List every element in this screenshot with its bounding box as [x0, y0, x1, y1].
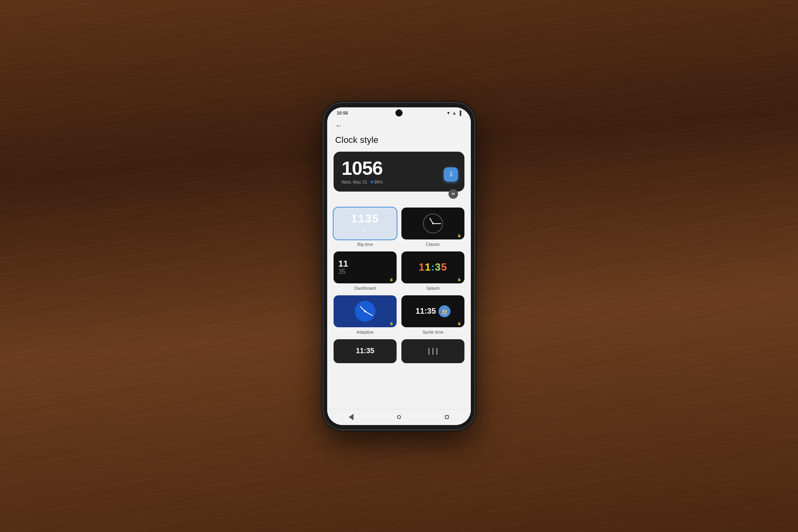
preview-date: Wed, May 31	[342, 180, 367, 184]
analog-clock-display	[423, 214, 443, 233]
clock-label-splash: Splash	[426, 286, 440, 291]
nav-home-icon	[397, 415, 401, 419]
clock-style-item-dashboard[interactable]: 11 35 🔒 Dashboard	[334, 251, 397, 291]
wifi-icon: ▲	[452, 111, 456, 115]
preview-card: 1056 Wed, May 31 96% ⇩ M	[334, 152, 464, 192]
clock-style-item-adaptive[interactable]: 🔒 Adaptive	[334, 295, 397, 334]
motorola-badge: M	[448, 189, 458, 199]
clock-thumb-classic: 🔒	[401, 208, 464, 239]
classic-lock-icon: 🔒	[457, 234, 461, 237]
back-button[interactable]: ←	[335, 122, 342, 130]
clock-label-classic: Classic	[426, 242, 440, 247]
nav-recents-button[interactable]	[441, 411, 452, 423]
nav-bar	[327, 409, 471, 425]
dash-time-min: 35	[338, 268, 346, 275]
phone-wrapper: 10:56 ▼ ▲ ▐ ← Clock style	[323, 103, 475, 430]
clock-thumb-splash: 11:35 🔒	[401, 251, 464, 283]
clock-thumb-sprite: 11:35 🤖 🔒	[401, 295, 464, 327]
clock-style-grid: 1135 ✓ Big time	[327, 198, 471, 339]
minute-hand	[433, 223, 441, 224]
signal-icon: ▼	[446, 111, 450, 115]
clock-style-item-splash[interactable]: 11:35 🔒 Splash	[401, 251, 464, 291]
battery-icon: ▐	[458, 111, 461, 115]
preview-battery: 96%	[371, 180, 383, 184]
battery-dot	[371, 181, 373, 183]
clock-thumb-adaptive: 🔒	[334, 295, 397, 327]
clock-style-item-bigtime[interactable]: 1135 ✓ Big time	[334, 208, 397, 247]
nav-back-button[interactable]	[346, 411, 357, 423]
clock-label-adaptive: Adaptive	[357, 330, 374, 334]
partial-clock-row: 11:35 | | |	[327, 339, 471, 368]
screen-content[interactable]: ← Clock style 1056 Wed, May 31 96%	[327, 119, 471, 409]
clock-style-item-classic[interactable]: 🔒 Classic	[401, 208, 464, 247]
download-icon: ⇩	[448, 170, 454, 178]
clock-label-sprite: Sprite time	[423, 330, 444, 334]
phone-screen: 10:56 ▼ ▲ ▐ ← Clock style	[327, 107, 471, 425]
preview-time: 1056	[342, 159, 456, 178]
page-title: Clock style	[327, 132, 471, 152]
clock-thumb-bigtime: 1135 ✓	[334, 208, 397, 239]
sprite-mascot-icon: 🤖	[439, 305, 450, 317]
sprite-time-display: 11:35	[415, 307, 436, 316]
phone-device: 10:56 ▼ ▲ ▐ ← Clock style	[323, 103, 475, 430]
clock-label-bigtime: Big time	[357, 242, 373, 247]
preview-date-row: Wed, May 31 96%	[342, 180, 456, 184]
back-row: ←	[327, 119, 471, 132]
sprite-lock-icon: 🔒	[457, 322, 461, 325]
adaptive-clock-display	[355, 301, 375, 322]
status-icons: ▼ ▲ ▐	[446, 111, 461, 115]
status-bar: 10:56 ▼ ▲ ▐	[327, 107, 471, 119]
nav-home-button[interactable]	[393, 411, 405, 423]
camera-notch	[395, 109, 403, 117]
dash-time-hour: 11	[338, 259, 348, 268]
splash-time-display: 11:35	[419, 261, 447, 273]
partial-thumb-1: 11:35	[334, 339, 397, 363]
floating-download-button[interactable]: ⇩	[444, 167, 458, 182]
dashboard-lock-icon: 🔒	[389, 278, 393, 281]
nav-recents-icon	[445, 415, 449, 419]
clock-style-item-sprite[interactable]: 11:35 🤖 🔒 Sprite time	[401, 295, 464, 334]
clock-center	[432, 223, 434, 224]
nav-back-icon	[349, 414, 354, 420]
status-time: 10:56	[337, 111, 348, 115]
clock-label-dashboard: Dashboard	[354, 286, 376, 291]
clock-thumb-dashboard: 11 35 🔒	[334, 251, 397, 283]
partial-thumb-2: | | |	[401, 339, 464, 363]
adaptive-lock-icon: 🔒	[389, 322, 393, 325]
battery-percent: 96%	[374, 180, 383, 184]
splash-lock-icon: 🔒	[457, 278, 461, 281]
